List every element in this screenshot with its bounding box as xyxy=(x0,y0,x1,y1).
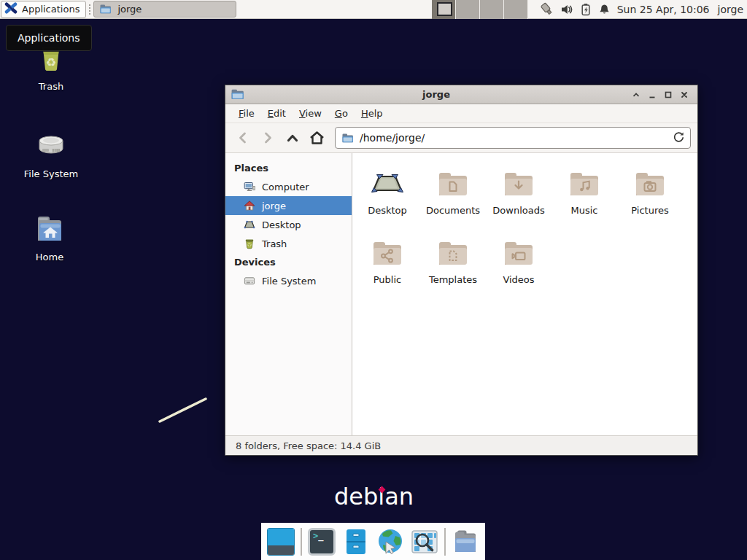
desktop-icon-label: File System xyxy=(16,168,86,179)
wallpaper-scratch-line xyxy=(153,394,214,429)
folder-label: Templates xyxy=(429,274,477,285)
pictures-folder-icon xyxy=(632,166,667,201)
folder-icon xyxy=(451,527,480,556)
sidebar-item-file-system[interactable]: File System xyxy=(225,271,352,290)
menu-file[interactable]: File xyxy=(232,105,261,122)
debian-logo: debian xyxy=(334,483,414,510)
xfce-applications-icon xyxy=(4,1,18,17)
system-tray xyxy=(540,2,611,16)
application-finder-icon xyxy=(410,527,439,556)
templates-folder-icon xyxy=(436,236,471,271)
dock-separator xyxy=(444,528,446,556)
svg-text:♻: ♻ xyxy=(46,55,56,69)
file-manager-launcher[interactable] xyxy=(341,527,371,556)
folder-item-videos[interactable]: Videos xyxy=(486,236,551,305)
sidebar-item-jorge[interactable]: jorge xyxy=(225,196,352,215)
workspace-2[interactable] xyxy=(456,0,480,19)
location-bar[interactable]: /home/jorge/ xyxy=(335,127,691,149)
window-body: Places Computer jorge xyxy=(225,153,697,435)
file-cabinet-icon xyxy=(341,527,371,556)
folder-item-templates[interactable]: Templates xyxy=(420,236,486,305)
music-folder-icon xyxy=(567,166,602,201)
folder-label: Pictures xyxy=(631,205,668,216)
shade-window-button[interactable] xyxy=(628,88,644,102)
debian-wordmark: debian xyxy=(334,483,414,510)
folder-launcher[interactable] xyxy=(451,527,480,556)
panel-clock[interactable]: Sun 25 Apr, 10:06 xyxy=(617,4,710,15)
panel-grip[interactable] xyxy=(89,4,90,15)
folder-item-downloads[interactable]: Downloads xyxy=(486,166,551,236)
drive-icon xyxy=(244,275,255,287)
taskbar-folder-icon xyxy=(99,4,112,15)
toolbar: /home/jorge/ xyxy=(225,123,697,153)
terminal-icon: >_ xyxy=(308,528,336,556)
folder-item-public[interactable]: Public xyxy=(355,236,420,305)
window-titlebar-icon xyxy=(231,88,244,101)
show-desktop-icon xyxy=(267,528,295,556)
home-button[interactable] xyxy=(306,128,328,149)
sidebar-item-trash[interactable]: Trash xyxy=(225,234,352,253)
folder-item-music[interactable]: Music xyxy=(551,166,617,236)
desktop-icon xyxy=(244,219,255,230)
dock-separator xyxy=(301,528,302,556)
show-desktop-button[interactable] xyxy=(266,527,295,556)
file-manager-window: jorge File Edit View Go Help xyxy=(225,85,698,456)
desktop-icon-home[interactable]: Home xyxy=(15,211,85,262)
back-button[interactable] xyxy=(232,128,253,149)
up-button[interactable] xyxy=(282,128,303,149)
current-path[interactable]: /home/jorge/ xyxy=(360,132,666,144)
folder-grid: Desktop Documents Downloads xyxy=(355,166,697,305)
application-finder-launcher[interactable] xyxy=(410,527,439,556)
folder-label: Music xyxy=(571,205,598,216)
statusbar: 8 folders, Free space: 14.4 GiB xyxy=(225,435,697,455)
taskbar-window-button[interactable]: jorge xyxy=(93,1,236,18)
applications-menu-button[interactable]: Applications xyxy=(1,1,86,18)
workspace-3[interactable] xyxy=(480,0,504,19)
workspace-1[interactable] xyxy=(432,0,456,19)
home-icon xyxy=(244,200,255,211)
panel-username[interactable]: jorge xyxy=(718,4,743,15)
videos-folder-icon xyxy=(501,236,536,271)
notifications-bell-icon[interactable] xyxy=(598,3,611,16)
workspace-4[interactable] xyxy=(504,0,528,19)
menu-go[interactable]: Go xyxy=(328,105,355,122)
desktop-icon-file-system[interactable]: File System xyxy=(16,128,86,179)
battery-icon[interactable] xyxy=(580,3,592,16)
desktop-icon-label: Trash xyxy=(16,81,86,92)
forward-button[interactable] xyxy=(257,128,278,149)
launcher-dock: >_ xyxy=(261,523,485,560)
menu-help[interactable]: Help xyxy=(355,105,390,122)
folder-item-pictures[interactable]: Pictures xyxy=(617,166,683,236)
public-folder-icon xyxy=(370,236,405,271)
hard-drive-icon xyxy=(16,128,86,163)
sidebar-item-desktop[interactable]: Desktop xyxy=(225,215,352,234)
sidebar-item-computer[interactable]: Computer xyxy=(225,177,352,196)
sidebar-item-label: jorge xyxy=(262,201,286,211)
menu-edit[interactable]: Edit xyxy=(261,105,293,122)
web-browser-globe-icon xyxy=(376,527,405,556)
folder-view[interactable]: Desktop Documents Downloads xyxy=(352,153,697,435)
web-browser-launcher[interactable] xyxy=(376,527,405,556)
sidebar-item-label: Computer xyxy=(262,182,309,192)
close-window-button[interactable] xyxy=(676,88,692,102)
menu-view[interactable]: View xyxy=(293,105,328,122)
applications-tooltip: Applications xyxy=(6,25,92,51)
minimize-window-button[interactable] xyxy=(644,88,660,102)
folder-item-documents[interactable]: Documents xyxy=(420,166,486,236)
maximize-window-button[interactable] xyxy=(660,88,676,102)
trash-icon xyxy=(244,238,255,249)
menubar: File Edit View Go Help xyxy=(225,104,697,123)
applications-menu-label: Applications xyxy=(22,4,80,15)
window-title: jorge xyxy=(244,89,628,100)
terminal-launcher[interactable]: >_ xyxy=(307,527,336,556)
reload-button[interactable] xyxy=(672,131,684,146)
removable-media-icon[interactable] xyxy=(540,2,554,16)
workspace-switcher xyxy=(432,0,528,19)
documents-folder-icon xyxy=(436,166,471,201)
desktop-special-icon xyxy=(370,166,405,201)
folder-label: Public xyxy=(374,274,401,285)
folder-label: Downloads xyxy=(492,205,544,216)
volume-icon[interactable] xyxy=(560,3,573,16)
window-titlebar[interactable]: jorge xyxy=(225,85,697,104)
folder-item-desktop[interactable]: Desktop xyxy=(355,166,420,236)
